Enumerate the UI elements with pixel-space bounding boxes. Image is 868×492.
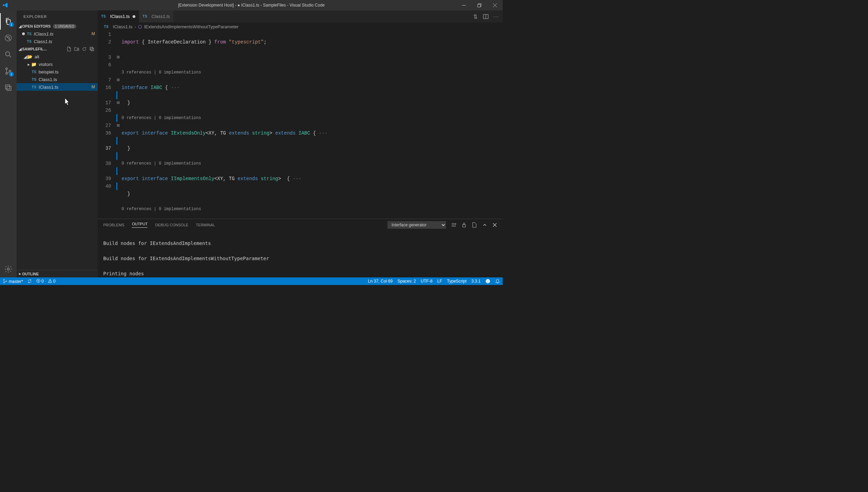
titlebar: [Extension Development Host] - ● IClass1… bbox=[0, 0, 503, 10]
dirty-dot-icon bbox=[133, 15, 135, 18]
folder-label: SAMPLEFIL... bbox=[22, 47, 47, 51]
chevron-right-icon: › bbox=[135, 24, 136, 29]
code-editor[interactable]: 12 36 716 1726 2736 37 38 3940 ⊞ ⊞ ⊞ ⊞ i… bbox=[98, 31, 503, 219]
ts-icon: TS bbox=[143, 14, 147, 18]
sync-icon[interactable] bbox=[27, 279, 32, 284]
status-version[interactable]: 3.3.1 bbox=[471, 279, 481, 284]
sidebar-title: EXPLORER bbox=[17, 10, 98, 22]
activity-explorer[interactable]: 1 bbox=[0, 13, 17, 30]
panel-tab-output[interactable]: OUTPUT bbox=[132, 222, 147, 228]
line-indicator bbox=[116, 137, 117, 145]
svg-point-4 bbox=[6, 68, 8, 70]
panel-close-icon[interactable] bbox=[492, 223, 497, 227]
tree-file-iclass1[interactable]: TS IClass1.ts M bbox=[17, 83, 98, 91]
open-editor-class1[interactable]: TS Class1.ts bbox=[17, 38, 98, 45]
new-file-icon[interactable] bbox=[67, 47, 71, 51]
tree-folder-visitors[interactable]: ▸ 📁 visitors bbox=[17, 60, 98, 68]
line-indicator bbox=[116, 114, 117, 122]
dirty-dot-icon bbox=[22, 32, 25, 35]
tab-iclass1[interactable]: TS IClass1.ts bbox=[98, 10, 139, 22]
open-log-icon[interactable] bbox=[472, 222, 477, 228]
open-editor-iclass1[interactable]: TS IClass1.ts M bbox=[17, 30, 98, 38]
unsaved-badge: 1 UNSAVED bbox=[53, 24, 76, 29]
activity-settings[interactable] bbox=[0, 261, 17, 277]
status-warnings[interactable]: 0 bbox=[48, 279, 56, 284]
breadcrumb[interactable]: TS IClass1.ts › ⬡ IExtendsAndImplementsW… bbox=[98, 22, 503, 31]
output-body[interactable]: Build nodes for IExtendsAndImplements Bu… bbox=[98, 230, 503, 277]
status-cursor[interactable]: Ln 37, Col 69 bbox=[368, 279, 393, 284]
codelens[interactable]: 0 references | 0 implementations bbox=[122, 205, 503, 213]
open-editor-label: IClass1.ts bbox=[34, 31, 54, 37]
activity-scm[interactable]: 1 bbox=[0, 63, 17, 79]
codelens[interactable]: 0 references | 0 implementations bbox=[122, 160, 503, 167]
panel-tab-debug[interactable]: DEBUG CONSOLE bbox=[155, 223, 188, 227]
codelens[interactable]: 0 references | 0 implementations bbox=[122, 114, 503, 122]
new-folder-icon[interactable] bbox=[74, 47, 79, 51]
collapse-all-icon[interactable] bbox=[89, 47, 94, 51]
fold-gutter[interactable]: ⊞ ⊞ ⊞ ⊞ bbox=[117, 31, 122, 219]
panel-tab-problems[interactable]: PROBLEMS bbox=[103, 223, 124, 227]
folder-icon: 📁 bbox=[31, 62, 37, 67]
explorer-sidebar: EXPLORER ◢ OPEN EDITORS 1 UNSAVED TS ICl… bbox=[17, 10, 98, 277]
minimap[interactable] bbox=[496, 31, 503, 219]
minimize-button[interactable] bbox=[456, 0, 472, 10]
feedback-icon[interactable] bbox=[485, 279, 490, 284]
open-editor-label: Class1.ts bbox=[34, 39, 52, 44]
status-spaces[interactable]: Spaces: 2 bbox=[397, 279, 416, 284]
scm-badge: 1 bbox=[9, 72, 14, 77]
activity-no-bugs[interactable] bbox=[0, 30, 17, 46]
breadcrumb-file[interactable]: IClass1.ts bbox=[113, 24, 133, 29]
tab-class1[interactable]: TS Class1.ts bbox=[139, 10, 174, 22]
svg-point-5 bbox=[6, 73, 8, 75]
svg-rect-8 bbox=[7, 86, 11, 90]
file-name: Class1.ts bbox=[39, 77, 57, 82]
svg-point-3 bbox=[6, 52, 10, 56]
svg-rect-0 bbox=[462, 5, 466, 6]
panel-up-icon[interactable] bbox=[482, 222, 488, 228]
svg-point-14 bbox=[3, 279, 4, 280]
window-title: [Extension Development Host] - ● IClass1… bbox=[178, 3, 325, 8]
svg-point-20 bbox=[488, 280, 489, 281]
activity-references[interactable] bbox=[0, 79, 17, 96]
modified-status: M bbox=[91, 31, 95, 36]
tree-file-beispiel[interactable]: TS beispiel.ts bbox=[17, 68, 98, 76]
breadcrumb-symbol[interactable]: IExtendsAndImplementsWithoutTypeParamete… bbox=[144, 24, 239, 29]
open-editors-header[interactable]: ◢ OPEN EDITORS 1 UNSAVED bbox=[17, 22, 98, 30]
tree-folder-alt[interactable]: ◢ 📂 alt bbox=[17, 53, 98, 60]
status-language[interactable]: TypeScript bbox=[447, 279, 467, 284]
split-editor-icon[interactable] bbox=[483, 14, 489, 19]
bell-icon[interactable] bbox=[495, 279, 500, 284]
status-encoding[interactable]: UTF-8 bbox=[421, 279, 433, 284]
svg-point-16 bbox=[6, 281, 7, 282]
panel-tabs: PROBLEMS OUTPUT DEBUG CONSOLE TERMINAL I… bbox=[98, 219, 503, 230]
file-name: beispiel.ts bbox=[39, 69, 59, 75]
status-branch[interactable]: master* bbox=[3, 279, 23, 284]
line-numbers: 12 36 716 1726 2736 37 38 3940 bbox=[98, 31, 117, 219]
line-indicator bbox=[116, 167, 117, 175]
folder-icon: 📂 bbox=[27, 54, 32, 59]
outline-header[interactable]: ▸ OUTLINE bbox=[17, 270, 98, 277]
editor-area: TS IClass1.ts TS Class1.ts ··· TS IClass… bbox=[98, 10, 503, 277]
close-button[interactable] bbox=[487, 0, 503, 10]
active-line-indicator bbox=[116, 152, 117, 160]
code-content[interactable]: import { InterfaceDeclaration } from "ty… bbox=[122, 31, 503, 219]
folder-name: alt bbox=[35, 54, 39, 59]
status-errors[interactable]: 0 bbox=[36, 279, 44, 284]
output-channel-select[interactable]: Interface generator bbox=[387, 221, 446, 229]
clear-output-icon[interactable] bbox=[451, 222, 456, 228]
svg-rect-1 bbox=[478, 4, 481, 7]
compare-icon[interactable] bbox=[473, 14, 478, 19]
panel: PROBLEMS OUTPUT DEBUG CONSOLE TERMINAL I… bbox=[98, 219, 503, 277]
more-icon[interactable]: ··· bbox=[493, 14, 499, 19]
activity-search[interactable] bbox=[0, 46, 17, 63]
folder-header[interactable]: ◢ SAMPLEFIL... bbox=[17, 45, 98, 53]
status-eol[interactable]: LF bbox=[437, 279, 442, 284]
refresh-icon[interactable] bbox=[82, 47, 87, 51]
tree-file-class1[interactable]: TS Class1.ts bbox=[17, 76, 98, 83]
codelens[interactable]: 3 references | 0 implementations bbox=[122, 69, 503, 76]
maximize-button[interactable] bbox=[472, 0, 487, 10]
lock-scroll-icon[interactable] bbox=[461, 222, 467, 228]
ts-icon: TS bbox=[32, 70, 37, 74]
ts-icon: TS bbox=[27, 32, 32, 36]
panel-tab-terminal[interactable]: TERMINAL bbox=[196, 223, 215, 227]
